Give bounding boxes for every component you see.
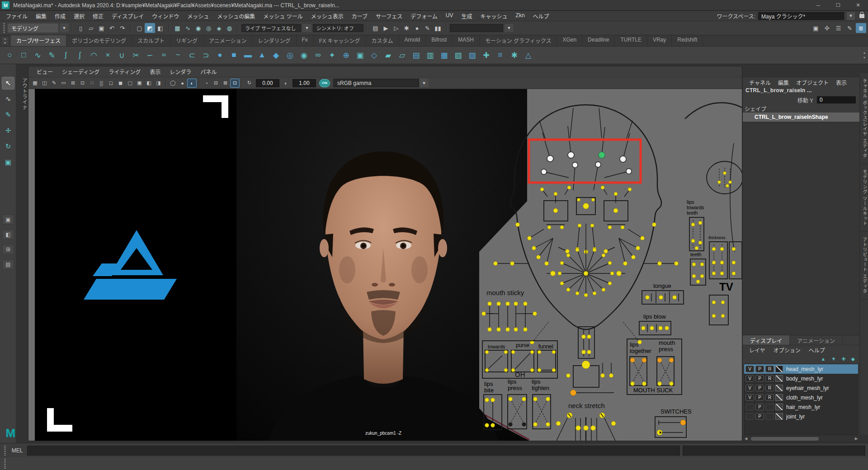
2d-pan-zoom-icon[interactable]: ⊡: [78, 79, 87, 88]
render-current-frame-icon[interactable]: ▶: [381, 23, 391, 33]
extend-curve-icon[interactable]: ⊂: [185, 48, 199, 62]
layer-playback-toggle[interactable]: P: [755, 394, 764, 401]
pause-icon[interactable]: ▮▮: [433, 23, 443, 33]
layer-playback-toggle[interactable]: P: [755, 385, 764, 391]
attach-surfaces-icon[interactable]: ▧: [451, 48, 465, 62]
shelf-tab[interactable]: XGen: [557, 35, 582, 46]
lock-camera-icon[interactable]: ◫: [40, 79, 49, 88]
menu-set-select[interactable]: モデリング: [8, 24, 58, 33]
layer-reference-toggle[interactable]: R: [765, 366, 774, 372]
layer-visibility-toggle[interactable]: V: [745, 366, 754, 372]
layer-visibility-toggle[interactable]: V: [745, 375, 754, 382]
render-settings-icon[interactable]: ✱: [401, 23, 412, 33]
live-surface-field[interactable]: ライブ サーフェスなし: [241, 24, 301, 32]
select-hierarchy-icon[interactable]: ▢: [134, 23, 145, 33]
layer-playback-toggle[interactable]: P: [755, 404, 764, 410]
minimize-button[interactable]: ─: [808, 0, 828, 10]
shelf-tab[interactable]: カーブ/サーフェス: [11, 35, 66, 46]
light-editor-icon[interactable]: ✎: [422, 23, 433, 33]
panel-menu-item[interactable]: シェーディング: [57, 68, 104, 75]
attach-curves-icon[interactable]: ∪: [115, 48, 129, 62]
make-live-icon[interactable]: ◍: [224, 23, 235, 33]
attribute-editor-icon[interactable]: ☰: [833, 23, 844, 33]
select-camera-icon[interactable]: ▦: [30, 79, 40, 88]
workspace-lock-icon[interactable]: [859, 14, 864, 18]
cv-curve-icon[interactable]: ∿: [31, 48, 45, 62]
outliner-pane-layout-icon[interactable]: ▤: [2, 259, 14, 269]
menu-item[interactable]: サーフェス: [372, 12, 406, 20]
layer-playback-toggle[interactable]: P: [755, 413, 764, 420]
nurbs-cone-icon[interactable]: ▲: [255, 48, 269, 62]
layer-color-swatch[interactable]: [775, 394, 783, 401]
safe-action-icon[interactable]: ◧: [144, 79, 154, 88]
channel-box-menu-item[interactable]: 表示: [832, 79, 850, 86]
shelf-menu-icon[interactable]: ≡: [2, 37, 8, 41]
move-layer-up-icon[interactable]: ▲: [821, 356, 826, 362]
new-scene-icon[interactable]: ▯: [75, 23, 86, 33]
shelf-tab[interactable]: アニメーション: [203, 35, 253, 46]
layer-row[interactable]: P hair_mesh_lyr: [744, 402, 858, 412]
layer-color-swatch[interactable]: [775, 385, 783, 391]
shelf-tab[interactable]: FX キャッシング: [314, 35, 366, 46]
menu-item[interactable]: ウィンドウ: [148, 12, 183, 20]
contrast-field[interactable]: 1.00: [292, 79, 316, 87]
layer-playback-toggle[interactable]: P: [755, 375, 764, 382]
layer-reference-toggle[interactable]: R: [765, 394, 774, 401]
menu-item[interactable]: 選択: [70, 12, 89, 20]
snap-projected-center-icon[interactable]: ◎: [203, 23, 214, 33]
single-pane-layout-icon[interactable]: ▣: [2, 215, 14, 225]
project-curve-icon[interactable]: ▰: [381, 48, 395, 62]
menu-item[interactable]: デフォーム: [406, 12, 442, 20]
layer-editor-menu-item[interactable]: レイヤ: [745, 346, 769, 354]
panel-menu-item[interactable]: ビュー: [32, 68, 57, 75]
nurbs-cylinder-icon[interactable]: ▬: [241, 48, 255, 62]
move-tool-icon[interactable]: ✛: [2, 124, 14, 137]
shelf-tab[interactable]: Redshift: [672, 35, 703, 46]
shelf-options-icon[interactable]: ▾: [2, 41, 8, 45]
contrast-icon[interactable]: ◐: [281, 79, 291, 88]
boundary-icon[interactable]: ◇: [367, 48, 381, 62]
nurbs-square-icon[interactable]: □: [17, 48, 31, 62]
sculpt-surfaces-icon[interactable]: ✱: [507, 48, 521, 62]
layer-color-swatch[interactable]: [775, 375, 783, 382]
menu-item[interactable]: メッシュ: [183, 12, 213, 20]
gate-mask-icon[interactable]: ▢: [125, 79, 135, 88]
mel-toggle[interactable]: MEL: [10, 447, 24, 454]
humanik-icon[interactable]: ✣: [822, 23, 832, 33]
tool-settings-icon[interactable]: ✎: [844, 23, 855, 33]
menu-item[interactable]: 修正: [89, 12, 108, 20]
booleans-icon[interactable]: ▦: [437, 48, 451, 62]
layer-reference-toggle[interactable]: R: [765, 385, 774, 391]
untrim-icon[interactable]: ▥: [423, 48, 437, 62]
color-management-toggle[interactable]: ON: [319, 79, 330, 87]
menu-item[interactable]: 編集: [32, 12, 51, 20]
menu-item[interactable]: メッシュの編集: [213, 12, 259, 20]
paint-select-tool-icon[interactable]: ✎: [2, 108, 14, 121]
layer-visibility-toggle[interactable]: [745, 404, 754, 410]
live-surface-arrow-icon[interactable]: ▼: [302, 24, 311, 32]
offset-curve-icon[interactable]: ⊃: [199, 48, 213, 62]
shelf-tab[interactable]: TURTLE: [615, 35, 647, 46]
insert-isoparm-icon[interactable]: ✚: [479, 48, 493, 62]
shelf-tab[interactable]: Deadline: [582, 35, 615, 46]
shelf-tab[interactable]: カスタム: [366, 35, 399, 46]
resolution-gate-icon[interactable]: ◼: [116, 79, 125, 88]
shelf-tab[interactable]: レンダリング: [252, 35, 296, 46]
trim-tool-icon[interactable]: ▤: [409, 48, 423, 62]
menu-item[interactable]: カーブ: [348, 12, 372, 20]
exposure-field[interactable]: 0.00: [256, 79, 279, 87]
layer-color-swatch[interactable]: [775, 404, 783, 410]
modeling-toolkit-icon[interactable]: ▣: [811, 23, 821, 33]
save-scene-icon[interactable]: ▣: [96, 23, 107, 33]
smooth-curve-icon[interactable]: ~: [171, 48, 185, 62]
layer-color-swatch[interactable]: [775, 413, 783, 420]
menu-item[interactable]: UV: [442, 12, 458, 20]
select-tool-icon[interactable]: ↖: [2, 77, 14, 89]
new-empty-layer-icon[interactable]: ✚: [841, 356, 845, 362]
arc-tool-icon[interactable]: ◠: [87, 48, 101, 62]
mel-input[interactable]: [27, 446, 680, 456]
curve-fillet-icon[interactable]: ∽: [143, 48, 157, 62]
four-pane-layout-icon[interactable]: ⊞: [2, 244, 14, 254]
layer-reference-toggle[interactable]: R: [765, 375, 774, 382]
right-dock-vertical-tab[interactable]: チャネル ボックス/レイヤ エディタ: [860, 73, 868, 164]
